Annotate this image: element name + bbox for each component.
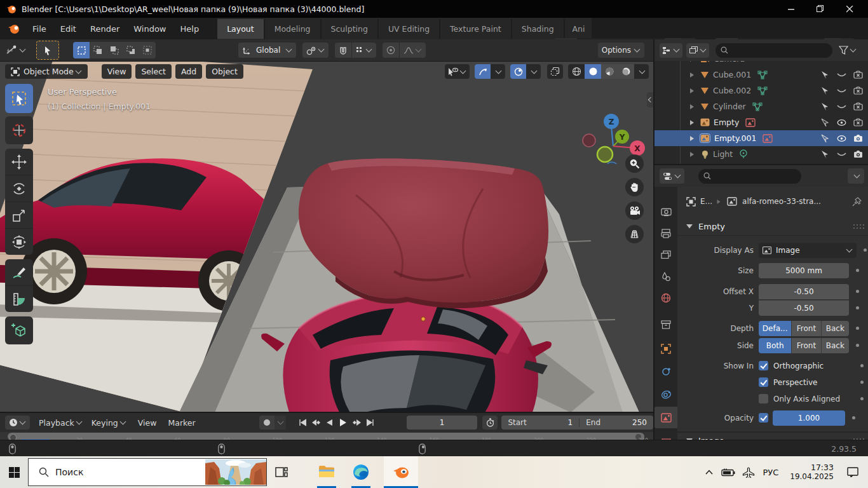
expand-icon[interactable] <box>689 135 695 142</box>
tab-scene-properties[interactable] <box>654 267 677 286</box>
jump-to-start-button[interactable] <box>296 419 309 426</box>
tab-sculpting[interactable]: Sculpting <box>320 19 377 39</box>
snap-target-dropdown[interactable] <box>351 43 376 58</box>
outliner-editor-type-dropdown[interactable] <box>660 43 682 58</box>
animate-dot[interactable] <box>856 306 859 309</box>
previous-keyframe-button[interactable] <box>309 419 323 426</box>
play-reverse-button[interactable] <box>323 419 336 426</box>
only-axis-aligned-checkbox[interactable] <box>759 394 768 403</box>
animate-dot[interactable] <box>856 344 859 347</box>
taskbar-explorer-button[interactable] <box>313 456 341 488</box>
hide-viewport-icon[interactable] <box>837 71 846 79</box>
opacity-field[interactable]: 1.000 <box>773 410 845 426</box>
tab-texture-paint[interactable]: Texture Paint <box>439 19 511 39</box>
timeline-menu-keying[interactable]: Keying <box>92 418 126 428</box>
shading-rendered[interactable] <box>618 64 634 79</box>
expand-icon[interactable] <box>689 88 695 94</box>
select-mode-set[interactable] <box>73 42 90 58</box>
viewport-menu-object[interactable]: Object <box>206 64 243 79</box>
hide-viewport-icon[interactable] <box>837 87 846 95</box>
viewport-canvas[interactable] <box>0 62 653 412</box>
viewport-menu-select[interactable]: Select <box>135 64 172 79</box>
panel-grip-icon[interactable] <box>853 224 864 229</box>
tab-shading[interactable]: Shading <box>511 19 564 39</box>
breadcrumb-data-name[interactable]: alfa-romeo-33-stra... <box>742 197 821 206</box>
animate-dot[interactable] <box>856 269 859 272</box>
expand-icon[interactable] <box>689 119 695 126</box>
select-mode-invert[interactable] <box>123 42 139 58</box>
empty-panel-header[interactable]: Empty <box>677 217 868 236</box>
selectable-icon[interactable] <box>820 150 829 159</box>
disable-render-icon[interactable] <box>853 86 863 95</box>
timeline-menu-playback[interactable]: Playback <box>39 418 83 428</box>
taskbar-search-box[interactable]: Поиск <box>28 458 267 486</box>
animate-dot[interactable] <box>860 381 864 384</box>
outliner-row-empty-001[interactable]: Empty.001 <box>654 130 868 146</box>
timeline-menu-view[interactable]: View <box>138 418 157 428</box>
tab-collection-properties[interactable] <box>654 315 677 334</box>
viewport-3d[interactable]: Object Mode View Select Add Object <box>0 61 653 412</box>
menu-render[interactable]: Render <box>83 24 126 34</box>
tool-select-box-button[interactable] <box>5 84 33 113</box>
language-indicator[interactable]: РУС <box>763 468 778 477</box>
search-highlights-weather-image[interactable] <box>205 459 266 485</box>
outliner-display-mode-dropdown[interactable] <box>686 43 709 58</box>
frame-start-field[interactable]: Start1 <box>501 418 579 427</box>
tab-view-layer-properties[interactable] <box>654 245 677 264</box>
tab-physics-properties[interactable] <box>654 362 677 381</box>
show-overlays-toggle[interactable] <box>510 64 526 79</box>
navigation-gizmo[interactable]: Z Y X <box>569 85 648 164</box>
xray-toggle[interactable] <box>547 64 563 79</box>
properties-options-dropdown[interactable] <box>848 168 864 184</box>
menu-window[interactable]: Window <box>126 24 173 34</box>
animate-dot[interactable] <box>856 290 859 293</box>
perspective-checkbox[interactable] <box>759 377 768 387</box>
tab-output-properties[interactable] <box>654 224 677 243</box>
proportional-edit-toggle[interactable] <box>383 43 399 58</box>
depth-back-button[interactable]: Back <box>822 321 849 336</box>
disable-render-icon[interactable] <box>853 102 863 111</box>
expand-icon[interactable] <box>689 72 695 78</box>
hide-viewport-icon[interactable] <box>837 103 846 111</box>
maximize-button[interactable] <box>806 0 835 18</box>
tab-uv-editing[interactable]: UV Editing <box>377 19 439 39</box>
outliner-row-cylinder[interactable]: Cylinder <box>654 98 868 114</box>
tab-animation[interactable]: Ani <box>564 19 592 39</box>
zoom-button[interactable] <box>625 154 644 173</box>
tool-move-button[interactable] <box>5 149 33 175</box>
next-keyframe-button[interactable] <box>351 419 364 426</box>
selectable-icon[interactable] <box>820 86 829 95</box>
frame-end-field[interactable]: End250 <box>579 418 653 427</box>
action-center-button[interactable] <box>840 467 865 477</box>
camera-view-button[interactable] <box>625 201 644 220</box>
tool-measure-button[interactable] <box>5 285 33 312</box>
expand-icon[interactable] <box>689 151 695 158</box>
selectable-icon[interactable] <box>820 71 829 79</box>
play-button[interactable] <box>336 418 351 427</box>
tool-scale-button[interactable] <box>5 201 33 228</box>
size-field[interactable]: 5000 mm <box>759 263 849 278</box>
animate-dot[interactable] <box>860 397 864 400</box>
offset-y-field[interactable]: -0.50 <box>759 300 849 316</box>
offset-x-field[interactable]: -0.50 <box>759 284 849 299</box>
disable-render-icon[interactable] <box>853 118 863 126</box>
menu-file[interactable]: File <box>25 24 53 34</box>
tool-add-cube-button[interactable] <box>5 316 33 344</box>
active-tool-dropdown[interactable] <box>6 45 26 55</box>
start-button[interactable] <box>0 456 28 488</box>
jump-to-end-button[interactable] <box>364 419 377 426</box>
select-mode-extend[interactable] <box>90 42 106 58</box>
visibility-dropdown[interactable] <box>445 64 470 79</box>
airplane-mode-tray-icon-button[interactable] <box>738 467 759 478</box>
opacity-use-checkbox[interactable] <box>759 413 768 423</box>
depth-front-button[interactable]: Front <box>792 321 821 336</box>
taskbar-blender-button-active[interactable] <box>384 456 418 488</box>
disable-render-icon[interactable] <box>853 71 863 79</box>
tab-object-data-properties-active[interactable] <box>654 407 677 428</box>
tab-constraints-properties[interactable] <box>654 385 677 404</box>
tool-cursor-button[interactable] <box>5 116 33 144</box>
minimize-button[interactable] <box>776 0 806 18</box>
shading-material[interactable] <box>601 64 618 79</box>
show-gizmo-toggle[interactable] <box>475 64 491 79</box>
auto-key-dropdown[interactable] <box>275 416 286 430</box>
